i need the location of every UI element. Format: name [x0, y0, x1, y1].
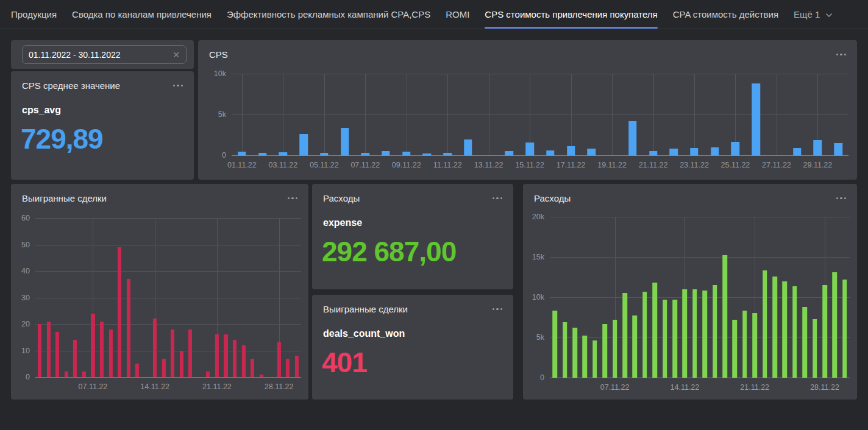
- bar-03.11.22[interactable]: [55, 332, 59, 377]
- bar-10.11.22[interactable]: [423, 153, 431, 155]
- bar-25.11.22[interactable]: [251, 359, 254, 377]
- bar-03.11.22[interactable]: [279, 152, 287, 155]
- bar-18.11.22[interactable]: [722, 255, 727, 378]
- bar-22.11.22[interactable]: [670, 149, 678, 155]
- bar-27.11.22[interactable]: [813, 319, 817, 378]
- bar-23.11.22[interactable]: [233, 340, 237, 377]
- bar-16.11.22[interactable]: [702, 291, 707, 378]
- bar-24.11.22[interactable]: [241, 345, 245, 377]
- clear-filter-icon[interactable]: ✕: [173, 51, 180, 59]
- tab-cps-stoimost-privlecheniya[interactable]: CPS стоимость привлечения покупателя: [485, 0, 657, 29]
- bar-07.11.22[interactable]: [91, 314, 94, 377]
- bar-01.11.22[interactable]: [38, 324, 41, 377]
- bar-26.11.22[interactable]: [802, 307, 807, 378]
- bar-24.11.22[interactable]: [783, 281, 788, 378]
- bar-17.11.22[interactable]: [713, 285, 717, 378]
- bar-07.11.22[interactable]: [361, 153, 369, 155]
- bar-13.11.22[interactable]: [672, 300, 677, 378]
- bar-15.11.22[interactable]: [162, 359, 166, 377]
- bar-02.11.22[interactable]: [47, 322, 51, 377]
- bar-05.11.22[interactable]: [592, 340, 597, 378]
- bar-01.11.22[interactable]: [552, 311, 557, 378]
- bar-12.11.22[interactable]: [464, 139, 472, 155]
- bar-04.11.22[interactable]: [299, 134, 307, 155]
- bar-14.11.22[interactable]: [683, 289, 688, 378]
- bar-10.11.22[interactable]: [642, 292, 647, 378]
- bar-04.11.22[interactable]: [65, 372, 68, 377]
- bar-22.11.22[interactable]: [763, 270, 767, 378]
- bar-05.11.22[interactable]: [73, 340, 77, 377]
- x-axis-tick-label: 01.11.22: [227, 161, 257, 169]
- bar-09.11.22[interactable]: [402, 152, 410, 155]
- card-menu-button[interactable]: [288, 195, 298, 202]
- bar-20.11.22[interactable]: [742, 311, 747, 378]
- bar-08.11.22[interactable]: [382, 151, 390, 155]
- bar-03.11.22[interactable]: [572, 328, 577, 378]
- tab-more[interactable]: Ещё 1: [794, 0, 833, 29]
- card-menu-button[interactable]: [173, 82, 183, 90]
- bar-02.11.22[interactable]: [258, 153, 266, 155]
- bar-22.11.22[interactable]: [224, 334, 227, 377]
- bar-12.11.22[interactable]: [663, 300, 667, 378]
- bar-29.11.22[interactable]: [286, 359, 290, 377]
- card-menu-button[interactable]: [836, 195, 847, 202]
- bar-16.11.22[interactable]: [546, 150, 554, 155]
- bar-20.11.22[interactable]: [628, 121, 636, 155]
- bar-09.11.22[interactable]: [108, 330, 112, 377]
- card-menu-button[interactable]: [836, 51, 847, 58]
- bar-30.11.22[interactable]: [295, 356, 299, 377]
- bar-11.11.22[interactable]: [127, 279, 130, 377]
- tab-svodka-po-kanalam[interactable]: Сводка по каналам привлечения: [72, 0, 212, 29]
- bar-29.11.22[interactable]: [833, 272, 838, 378]
- bar-01.11.22[interactable]: [238, 152, 246, 155]
- bar-20.11.22[interactable]: [206, 372, 210, 377]
- bar-15.11.22[interactable]: [525, 143, 533, 155]
- bar-26.11.22[interactable]: [260, 375, 263, 377]
- bar-05.11.22[interactable]: [320, 153, 328, 155]
- bar-15.11.22[interactable]: [692, 289, 697, 378]
- bar-07.11.22[interactable]: [613, 320, 617, 378]
- bar-14.11.22[interactable]: [153, 319, 157, 377]
- bar-30.11.22[interactable]: [842, 280, 847, 378]
- bar-21.11.22[interactable]: [752, 313, 757, 378]
- bar-21.11.22[interactable]: [649, 151, 657, 155]
- bar-18.11.22[interactable]: [188, 330, 192, 377]
- bar-16.11.22[interactable]: [171, 330, 174, 377]
- tab-effektivnost-kampaniy[interactable]: Эффективность рекламных кампаний CPA,CPS: [227, 0, 430, 29]
- bar-12.11.22[interactable]: [135, 364, 139, 377]
- bar-08.11.22[interactable]: [622, 293, 627, 378]
- bar-19.11.22[interactable]: [733, 320, 738, 378]
- bar-28.11.22[interactable]: [793, 148, 801, 155]
- bar-09.11.22[interactable]: [633, 315, 638, 378]
- bar-23.11.22[interactable]: [690, 148, 698, 155]
- bar-06.11.22[interactable]: [82, 372, 86, 377]
- bar-24.11.22[interactable]: [711, 147, 719, 155]
- bar-08.11.22[interactable]: [100, 322, 104, 377]
- bar-10.11.22[interactable]: [118, 247, 121, 377]
- bar-28.11.22[interactable]: [277, 342, 281, 377]
- bar-25.11.22[interactable]: [731, 142, 739, 155]
- card-menu-button[interactable]: [493, 195, 503, 202]
- bar-11.11.22[interactable]: [652, 283, 657, 378]
- bar-25.11.22[interactable]: [792, 286, 797, 378]
- bar-14.11.22[interactable]: [505, 151, 513, 155]
- tab-produkciya[interactable]: Продукция: [11, 0, 57, 29]
- tab-cpa-stoimost-deystviya[interactable]: CPA стоимость действия: [673, 0, 778, 29]
- bar-21.11.22[interactable]: [215, 334, 219, 377]
- card-menu-button[interactable]: [493, 306, 503, 313]
- bar-26.11.22[interactable]: [752, 83, 760, 155]
- tab-romi[interactable]: ROMI: [446, 0, 469, 29]
- bar-02.11.22[interactable]: [563, 322, 567, 378]
- bar-23.11.22[interactable]: [772, 277, 777, 378]
- bar-17.11.22[interactable]: [567, 146, 575, 155]
- date-range-input[interactable]: 01.11.2022 - 30.11.2022 ✕: [22, 45, 187, 64]
- bar-04.11.22[interactable]: [583, 336, 588, 378]
- bar-30.11.22[interactable]: [834, 143, 842, 155]
- bar-18.11.22[interactable]: [588, 149, 596, 155]
- bar-11.11.22[interactable]: [443, 153, 451, 155]
- bar-28.11.22[interactable]: [822, 285, 827, 378]
- bar-06.11.22[interactable]: [341, 128, 349, 155]
- bar-17.11.22[interactable]: [180, 351, 183, 378]
- bar-29.11.22[interactable]: [814, 140, 822, 155]
- bar-06.11.22[interactable]: [602, 324, 607, 378]
